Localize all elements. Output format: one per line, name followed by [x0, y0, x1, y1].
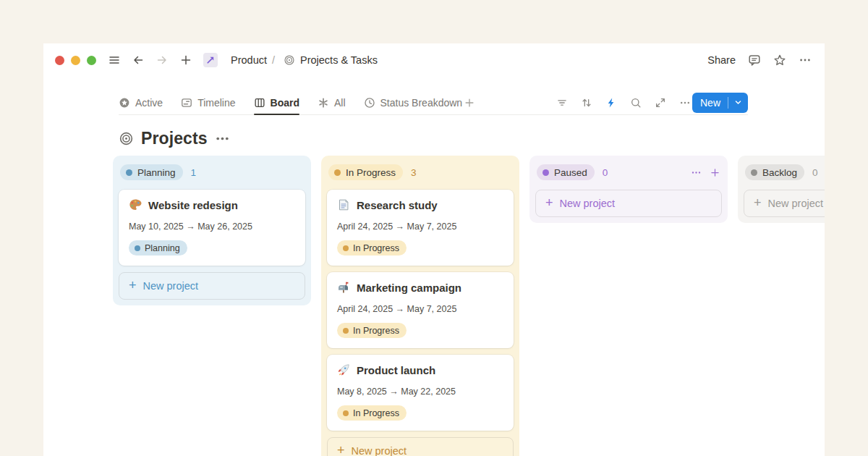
clock-icon	[364, 97, 375, 109]
workspace-icon[interactable]	[203, 53, 218, 67]
filter-icon[interactable]	[556, 97, 568, 109]
card-status-label: In Progress	[353, 326, 399, 336]
new-page-icon[interactable]	[179, 54, 192, 67]
new-project-label: New project	[560, 198, 616, 209]
plus-icon: +	[754, 196, 762, 209]
tab-board[interactable]: Board	[254, 90, 299, 114]
new-project-label: New project	[143, 280, 199, 292]
view-tabbar: ActiveTimelineBoardAllStatus Breakdown N…	[119, 90, 748, 115]
tab-active[interactable]: Active	[119, 90, 163, 114]
tab-all[interactable]: All	[318, 90, 346, 114]
status-dot-icon	[334, 169, 341, 176]
new-project-button-in-progress[interactable]: +New project	[327, 437, 514, 456]
more-icon[interactable]	[691, 167, 702, 178]
column-count: 1	[191, 167, 197, 178]
breadcrumb-separator: /	[272, 54, 275, 66]
card-status-badge: In Progress	[337, 240, 407, 256]
card-date-range: April 24, 2025 → May 7, 2025	[337, 304, 503, 314]
tab-label: Timeline	[197, 97, 235, 109]
back-arrow-icon[interactable]	[132, 54, 145, 67]
tab-label: Active	[135, 97, 163, 109]
column-header-backlog[interactable]: Backlog0	[744, 161, 825, 180]
status-pill: Backlog	[745, 164, 804, 180]
page-options-icon[interactable]	[215, 131, 230, 146]
plus-icon: +	[545, 196, 553, 209]
search-icon[interactable]	[630, 97, 642, 109]
board-column-paused: Paused0+New project	[529, 156, 728, 223]
status-dot-icon	[343, 328, 349, 334]
tab-timeline[interactable]: Timeline	[181, 90, 235, 114]
more-options-icon[interactable]	[799, 54, 812, 67]
card-status-badge: Planning	[129, 240, 187, 256]
expand-icon[interactable]	[655, 97, 666, 109]
bolt-icon[interactable]	[605, 97, 617, 109]
star-circle-icon	[119, 97, 130, 109]
add-view-icon[interactable]	[464, 97, 475, 109]
timeline-icon	[181, 97, 192, 109]
page-title-row: Projects	[119, 127, 825, 149]
status-dot-icon	[126, 169, 132, 176]
status-label: Paused	[554, 167, 587, 178]
status-dot-icon	[343, 245, 349, 251]
page-title: Projects	[141, 129, 208, 148]
column-add-icon[interactable]	[710, 167, 720, 178]
plus-icon: +	[337, 444, 345, 456]
sort-icon[interactable]	[581, 97, 592, 109]
target-icon	[119, 131, 134, 146]
zoom-window-button[interactable]	[87, 56, 96, 65]
card-title: Research study	[357, 199, 438, 211]
mailbox-icon	[337, 281, 350, 294]
more-icon[interactable]	[679, 97, 691, 109]
project-card-marketing-campaign[interactable]: Marketing campaignApril 24, 2025 → May 7…	[327, 272, 514, 348]
breadcrumb-workspace[interactable]: Product	[231, 54, 267, 66]
card-status-badge: In Progress	[337, 405, 407, 421]
tab-label: Board	[271, 97, 299, 109]
card-date-range: May 8, 2025 → May 22, 2025	[337, 387, 503, 397]
rocket-icon	[337, 363, 350, 376]
column-header-in-progress[interactable]: In Progress3	[327, 161, 514, 180]
target-icon	[284, 54, 295, 66]
share-button[interactable]: Share	[707, 54, 736, 66]
new-project-button-planning[interactable]: +New project	[119, 272, 305, 300]
card-date-range: May 10, 2025 → May 26, 2025	[129, 221, 295, 232]
status-label: Planning	[137, 167, 176, 178]
bookmark-tabs-icon	[337, 198, 350, 211]
minimize-window-button[interactable]	[71, 56, 80, 65]
card-status-label: In Progress	[353, 408, 399, 418]
status-pill: In Progress	[328, 164, 403, 180]
new-project-button-backlog[interactable]: +New project	[744, 190, 825, 217]
sidebar-menu-icon[interactable]	[108, 54, 121, 67]
new-project-button-paused[interactable]: +New project	[535, 190, 722, 217]
new-button-label: New	[692, 97, 728, 109]
new-project-label: New project	[352, 445, 407, 456]
new-button[interactable]: New	[692, 93, 748, 113]
status-label: In Progress	[346, 167, 396, 178]
project-card-website-redesign[interactable]: Website redesignMay 10, 2025 → May 26, 2…	[119, 190, 305, 266]
project-card-product-launch[interactable]: Product launchMay 8, 2025 → May 22, 2025…	[327, 355, 514, 431]
comment-icon[interactable]	[748, 54, 761, 67]
column-header-paused[interactable]: Paused0	[535, 161, 722, 180]
view-controls	[556, 97, 691, 109]
breadcrumb-page[interactable]: Projects & Tasks	[300, 54, 378, 66]
chevron-down-icon[interactable]	[728, 98, 748, 107]
column-count: 3	[411, 167, 417, 178]
board-column-backlog: Backlog0+New project	[738, 156, 825, 223]
view-tabs: ActiveTimelineBoardAllStatus Breakdown	[119, 90, 462, 114]
forward-arrow-icon[interactable]	[156, 54, 169, 67]
card-date-range: April 24, 2025 → May 7, 2025	[337, 221, 503, 232]
column-count: 0	[603, 167, 608, 178]
project-card-research-study[interactable]: Research studyApril 24, 2025 → May 7, 20…	[327, 190, 514, 266]
tab-status-breakdown[interactable]: Status Breakdown	[364, 90, 463, 114]
favorite-star-icon[interactable]	[773, 54, 786, 67]
card-status-label: Planning	[145, 243, 180, 253]
column-header-planning[interactable]: Planning1	[119, 161, 305, 180]
status-label: Backlog	[762, 167, 797, 178]
status-dot-icon	[542, 169, 549, 176]
card-status-badge: In Progress	[337, 323, 407, 338]
kanban-board: Planning1Website redesignMay 10, 2025 → …	[113, 156, 825, 456]
close-window-button[interactable]	[55, 56, 64, 65]
tab-label: Status Breakdown	[380, 97, 463, 109]
column-count: 0	[812, 167, 818, 178]
status-dot-icon	[343, 410, 349, 416]
board-icon	[254, 97, 265, 109]
